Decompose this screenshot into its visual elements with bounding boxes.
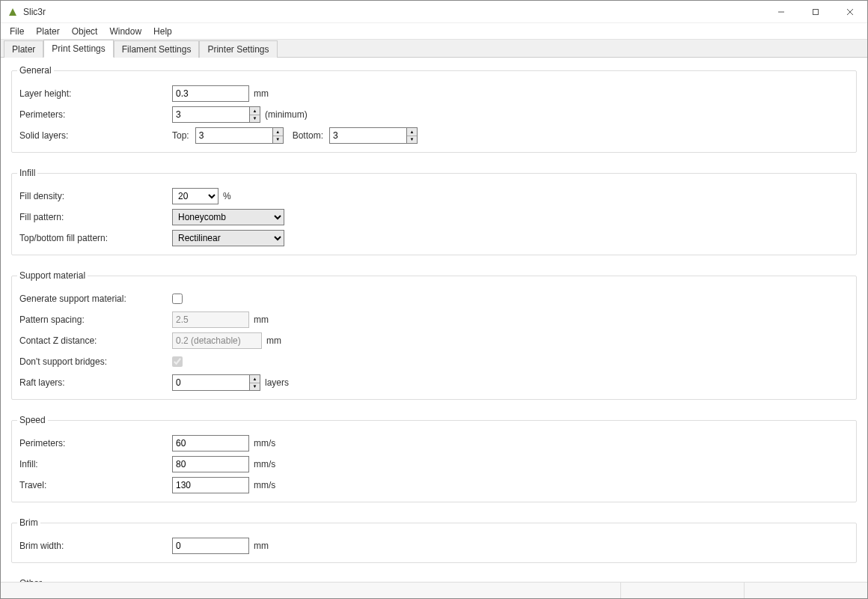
group-support-legend: Support material (17, 270, 88, 281)
solid-layers-top-input[interactable] (195, 127, 272, 144)
solid-layers-bottom-spin-buttons[interactable]: ▲ ▼ (406, 127, 418, 144)
group-support: Support material Generate support materi… (11, 270, 857, 400)
solid-layers-bottom-label: Bottom: (293, 130, 323, 141)
spin-down-icon[interactable]: ▼ (407, 136, 417, 144)
solid-layers-top-spin-buttons[interactable]: ▲ ▼ (272, 127, 284, 144)
raft-layers-spin-buttons[interactable]: ▲ ▼ (249, 374, 260, 391)
svg-rect-1 (813, 9, 819, 14)
group-speed-legend: Speed (17, 415, 48, 425)
layer-height-input[interactable] (172, 85, 249, 102)
perimeters-label: Perimeters: (19, 109, 172, 120)
tab-plater[interactable]: Plater (4, 40, 43, 58)
spin-down-icon[interactable]: ▼ (250, 383, 260, 391)
spin-up-icon[interactable]: ▲ (273, 128, 283, 136)
window-controls (764, 1, 867, 23)
dont-support-bridges-label: Don't support bridges: (19, 356, 172, 367)
raft-layers-unit: layers (265, 377, 289, 388)
tab-printer-settings[interactable]: Printer Settings (199, 40, 277, 58)
speed-infill-unit: mm/s (254, 459, 275, 469)
menu-help[interactable]: Help (147, 25, 178, 38)
menu-file[interactable]: File (4, 25, 30, 38)
window-title: Slic3r (23, 7, 46, 17)
maximize-button[interactable] (798, 1, 833, 23)
brim-width-input[interactable] (172, 538, 249, 554)
tab-bar: Plater Print Settings Filament Settings … (1, 40, 867, 58)
status-bar (1, 582, 867, 598)
pattern-spacing-unit: mm (254, 314, 269, 325)
group-infill-legend: Infill (17, 168, 37, 178)
group-other-legend: Other (17, 578, 44, 582)
status-cell-2 (744, 583, 867, 598)
close-button[interactable] (833, 1, 867, 23)
speed-perimeters-unit: mm/s (254, 438, 275, 449)
layer-height-unit: mm (254, 88, 269, 99)
fill-density-label: Fill density: (19, 191, 172, 201)
window-titlebar: Slic3r (1, 1, 867, 23)
brim-width-unit: mm (254, 541, 269, 551)
speed-perimeters-label: Perimeters: (19, 438, 172, 449)
menu-plater[interactable]: Plater (30, 25, 65, 38)
fill-density-unit: % (223, 191, 231, 201)
dont-support-bridges-checkbox (172, 356, 183, 367)
spin-down-icon[interactable]: ▼ (273, 136, 283, 144)
raft-layers-label: Raft layers: (19, 377, 172, 388)
tab-print-settings[interactable]: Print Settings (43, 40, 113, 58)
perimeters-spin-buttons[interactable]: ▲ ▼ (249, 106, 260, 123)
spin-up-icon[interactable]: ▲ (407, 128, 417, 136)
solid-layers-top-label: Top: (172, 130, 189, 141)
group-infill: Infill Fill density: 20 % Fill pattern: … (11, 168, 857, 255)
menu-object[interactable]: Object (66, 25, 104, 38)
tab-filament-settings[interactable]: Filament Settings (114, 40, 200, 58)
topbottom-pattern-combo[interactable]: Rectilinear (172, 230, 284, 246)
pattern-spacing-input (172, 311, 249, 328)
fill-pattern-combo[interactable]: Honeycomb (172, 209, 284, 225)
generate-support-checkbox[interactable] (172, 294, 183, 304)
menu-bar: File Plater Object Window Help (1, 23, 867, 40)
menu-window[interactable]: Window (103, 25, 147, 38)
speed-infill-label: Infill: (19, 459, 172, 469)
group-other: Other XY Size Compensation: mm (11, 578, 857, 582)
raft-layers-spinner[interactable]: ▲ ▼ (172, 374, 260, 391)
solid-layers-label: Solid layers: (19, 130, 172, 141)
status-cell-1 (620, 583, 744, 598)
app-icon (7, 6, 19, 18)
perimeters-spinner[interactable]: ▲ ▼ (172, 106, 260, 123)
contact-z-label: Contact Z distance: (19, 335, 172, 346)
solid-layers-bottom-spinner[interactable]: ▲ ▼ (329, 127, 418, 144)
group-brim: Brim Brim width: mm (11, 517, 857, 563)
settings-panel: General Layer height: mm Perimeters: ▲ ▼… (1, 58, 867, 582)
speed-infill-input[interactable] (172, 456, 249, 472)
brim-width-label: Brim width: (19, 541, 172, 551)
raft-layers-input[interactable] (172, 374, 249, 391)
solid-layers-top-spinner[interactable]: ▲ ▼ (195, 127, 284, 144)
contact-z-unit: mm (266, 335, 281, 346)
perimeters-input[interactable] (172, 106, 249, 123)
spin-down-icon[interactable]: ▼ (250, 115, 260, 123)
minimize-button[interactable] (764, 1, 798, 23)
perimeters-suffix: (minimum) (265, 109, 308, 120)
speed-travel-input[interactable] (172, 477, 249, 493)
contact-z-combo (172, 332, 262, 349)
layer-height-label: Layer height: (19, 88, 172, 99)
speed-travel-label: Travel: (19, 480, 172, 490)
spin-up-icon[interactable]: ▲ (250, 375, 260, 383)
topbottom-pattern-label: Top/bottom fill pattern: (19, 233, 172, 243)
group-general: General Layer height: mm Perimeters: ▲ ▼… (11, 65, 857, 153)
speed-travel-unit: mm/s (254, 480, 275, 490)
solid-layers-bottom-input[interactable] (329, 127, 406, 144)
speed-perimeters-input[interactable] (172, 435, 249, 451)
generate-support-label: Generate support material: (19, 294, 172, 304)
pattern-spacing-label: Pattern spacing: (19, 314, 172, 325)
fill-density-combo[interactable]: 20 (172, 188, 218, 204)
fill-pattern-label: Fill pattern: (19, 212, 172, 222)
spin-up-icon[interactable]: ▲ (250, 107, 260, 115)
group-brim-legend: Brim (17, 517, 40, 528)
group-general-legend: General (17, 65, 54, 76)
group-speed: Speed Perimeters: mm/s Infill: mm/s Trav… (11, 415, 857, 502)
